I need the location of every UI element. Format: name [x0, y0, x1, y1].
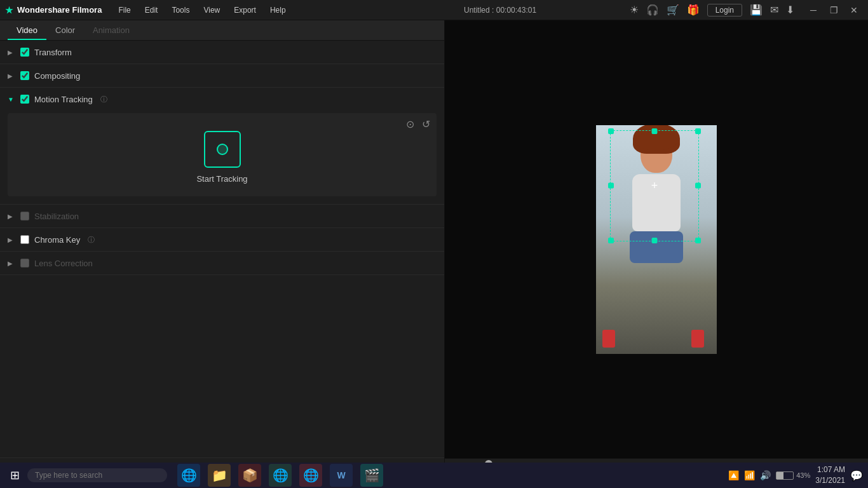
mt-reset-icon[interactable]: ↺ [422, 118, 430, 130]
lens-correction-label: Lens Correction [34, 259, 93, 268]
right-panel: + ⏮ ⏭ ▶ ⏹ { } 00:00:00:00 [445, 20, 868, 488]
menu-export[interactable]: Export [227, 3, 262, 17]
taskbar-explorer-icon[interactable]: 📁 [208, 464, 231, 487]
motion-tracking-header[interactable]: ▼ Motion Tracking ⓘ [0, 88, 444, 111]
project-title: Untitled : 00:00:43:01 [371, 6, 630, 15]
taskbar-edge-icon[interactable]: 🌐 [269, 464, 292, 487]
compositing-arrow-icon: ▶ [8, 72, 15, 79]
chroma-key-help-icon[interactable]: ⓘ [88, 235, 95, 245]
close-button[interactable]: ✕ [845, 3, 863, 17]
chroma-key-label: Chroma Key [34, 235, 80, 245]
cup-left [602, 330, 615, 348]
gift-icon[interactable]: 🎁 [687, 4, 700, 16]
main-area: Video Color Animation ▶ Transform ▶ Comp… [0, 20, 868, 488]
battery-indicator[interactable]: 43% [776, 471, 810, 480]
tab-color[interactable]: Color [46, 22, 84, 40]
motion-tracking-checkbox[interactable] [20, 95, 29, 104]
property-tabs: Video Color Animation [0, 20, 444, 41]
left-panel: Video Color Animation ▶ Transform ▶ Comp… [0, 20, 445, 488]
notification-icon[interactable]: 💬 [850, 470, 863, 482]
titlebar: ★ Wondershare Filmora File Edit Tools Vi… [0, 0, 868, 20]
start-tracking-button[interactable] [204, 131, 241, 168]
section-motion-tracking: ▼ Motion Tracking ⓘ ⊙ ↺ Start Tr [0, 88, 444, 205]
motion-tracking-content: ⊙ ↺ Start Tracking [8, 113, 437, 196]
section-compositing: ▶ Compositing [0, 64, 444, 88]
taskbar-app-icons: 🌐 📁 📦 🌐 🌐 W 🎬 [177, 464, 383, 487]
menu-bar: File Edit Tools View Export Help [112, 3, 370, 17]
download-icon[interactable]: ⬇ [786, 4, 794, 16]
taskbar-word-icon[interactable]: W [330, 464, 353, 487]
cart-icon[interactable]: 🛒 [667, 4, 679, 16]
login-button[interactable]: Login [707, 4, 742, 17]
chroma-key-checkbox[interactable] [20, 235, 29, 244]
menu-edit[interactable]: Edit [139, 3, 165, 17]
save-icon[interactable]: 💾 [750, 4, 763, 16]
tray-network-icon[interactable]: 📶 [744, 470, 755, 480]
app-name: Wondershare Filmora [17, 5, 102, 15]
app-logo: ★ Wondershare Filmora [5, 5, 102, 15]
email-icon[interactable]: ✉ [770, 4, 778, 16]
motion-tracking-help-icon[interactable]: ⓘ [100, 95, 107, 104]
mt-toolbar: ⊙ ↺ [406, 118, 430, 130]
tab-video[interactable]: Video [8, 22, 46, 40]
person-legs [630, 231, 683, 263]
chroma-key-arrow-icon: ▶ [8, 236, 15, 243]
taskbar-chrome-icon[interactable]: 🌐 [299, 464, 322, 487]
mt-target-icon[interactable]: ⊙ [406, 118, 414, 130]
headphones-icon[interactable]: 🎧 [646, 4, 659, 16]
preview-area: + [445, 20, 868, 458]
compositing-header[interactable]: ▶ Compositing [0, 64, 444, 87]
preview-container: + [596, 125, 717, 354]
brightness-icon[interactable]: ☀ [630, 4, 639, 16]
stabilization-label: Stabilization [34, 212, 79, 221]
menu-view[interactable]: View [197, 3, 226, 17]
person-head [641, 135, 672, 173]
system-clock: 1:07 AM 3/1/2021 [815, 464, 845, 486]
battery-bar [776, 471, 794, 480]
menu-help[interactable]: Help [264, 3, 292, 17]
tab-animation[interactable]: Animation [84, 22, 139, 40]
mt-arrow-icon: ▼ [8, 96, 15, 103]
lens-correction-arrow-icon: ▶ [8, 260, 15, 267]
stabilization-arrow-icon: ▶ [8, 213, 15, 220]
minimize-button[interactable]: ─ [804, 3, 822, 17]
lens-correction-checkbox[interactable] [20, 259, 29, 268]
mt-main: Start Tracking [15, 121, 429, 189]
restore-button[interactable]: ❐ [825, 3, 843, 17]
clock-time: 1:07 AM [815, 464, 845, 475]
start-tracking-label: Start Tracking [196, 174, 247, 184]
person-body [632, 174, 681, 231]
tray-up-arrow-icon[interactable]: 🔼 [728, 470, 739, 480]
section-transform: ▶ Transform [0, 41, 444, 64]
start-button[interactable]: ⊞ [5, 466, 25, 485]
compositing-checkbox[interactable] [20, 71, 29, 80]
taskbar-browser-icon[interactable]: 🌐 [177, 464, 200, 487]
transform-header[interactable]: ▶ Transform [0, 41, 444, 64]
battery-percentage: 43% [796, 471, 810, 479]
menu-file[interactable]: File [112, 3, 137, 17]
logo-star-icon: ★ [5, 5, 13, 15]
taskbar-store-icon[interactable]: 📦 [238, 464, 261, 487]
tray-icons: 🔼 📶 🔊 [728, 470, 771, 480]
menu-tools[interactable]: Tools [165, 3, 196, 17]
stabilization-header[interactable]: ▶ Stabilization [0, 205, 444, 227]
battery-fill [776, 472, 783, 479]
chroma-key-header[interactable]: ▶ Chroma Key ⓘ [0, 228, 444, 251]
transform-checkbox[interactable] [20, 48, 29, 57]
clock-date: 3/1/2021 [815, 475, 845, 486]
preview-background [596, 125, 717, 354]
titlebar-icons: ☀ 🎧 🛒 🎁 Login 💾 ✉ ⬇ [630, 4, 794, 17]
window-controls: ─ ❐ ✕ [804, 3, 863, 17]
tray-volume-icon[interactable]: 🔊 [760, 470, 771, 480]
section-chroma-key: ▶ Chroma Key ⓘ [0, 228, 444, 252]
taskbar: ⊞ 🌐 📁 📦 🌐 🌐 W 🎬 🔼 📶 🔊 43% 1:07 AM 3/1/20… [0, 463, 868, 488]
motion-tracking-label: Motion Tracking [34, 95, 93, 104]
compositing-label: Compositing [34, 71, 80, 81]
section-lens-correction: ▶ Lens Correction [0, 252, 444, 275]
person-hair-top [635, 132, 677, 151]
taskbar-filmora-icon[interactable]: 🎬 [360, 464, 383, 487]
lens-correction-header[interactable]: ▶ Lens Correction [0, 252, 444, 274]
tracking-circle-icon [217, 144, 228, 155]
search-input[interactable] [27, 468, 167, 482]
stabilization-checkbox[interactable] [20, 212, 29, 220]
